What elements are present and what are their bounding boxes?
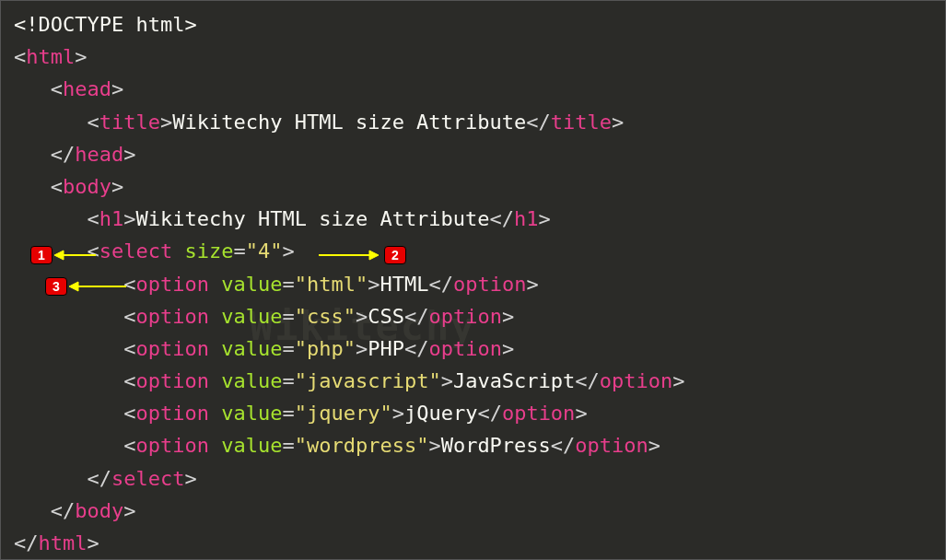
callout-3: 3 bbox=[45, 277, 67, 296]
code-line-option: <option value="wordpress">WordPress</opt… bbox=[14, 429, 932, 461]
code-line: <!DOCTYPE html> bbox=[14, 8, 932, 41]
code-line: <title>Wikitechy HTML size Attribute</ti… bbox=[14, 106, 932, 138]
code-line: </body> bbox=[14, 495, 932, 527]
callout-2: 2 bbox=[384, 246, 406, 264]
svg-marker-5 bbox=[69, 282, 78, 291]
code-line-select: <select size="4"> bbox=[14, 235, 932, 267]
svg-marker-3 bbox=[369, 251, 379, 260]
arrow-1-icon bbox=[54, 250, 96, 261]
arrow-3-icon bbox=[69, 281, 126, 292]
code-line-option: <option value="css">CSS</option> bbox=[14, 300, 932, 332]
code-line-option: <option value="javascript">JavaScript</o… bbox=[14, 365, 932, 397]
code-line: </head> bbox=[14, 138, 932, 170]
code-line: <head> bbox=[14, 73, 932, 105]
code-line: <body> bbox=[14, 170, 932, 203]
code-line-option: <option value="jquery">jQuery</option> bbox=[14, 397, 932, 429]
code-line-option: <option value="html">HTML</option> bbox=[14, 268, 932, 300]
callout-1: 1 bbox=[30, 246, 53, 264]
code-line: </html> bbox=[14, 527, 932, 559]
svg-marker-1 bbox=[54, 251, 64, 260]
code-line: <html> bbox=[14, 41, 932, 73]
arrow-2-icon bbox=[319, 250, 379, 261]
code-line-option: <option value="php">PHP</option> bbox=[14, 332, 932, 365]
code-line: </select> bbox=[14, 462, 932, 495]
code-line: <h1>Wikitechy HTML size Attribute</h1> bbox=[14, 203, 932, 235]
